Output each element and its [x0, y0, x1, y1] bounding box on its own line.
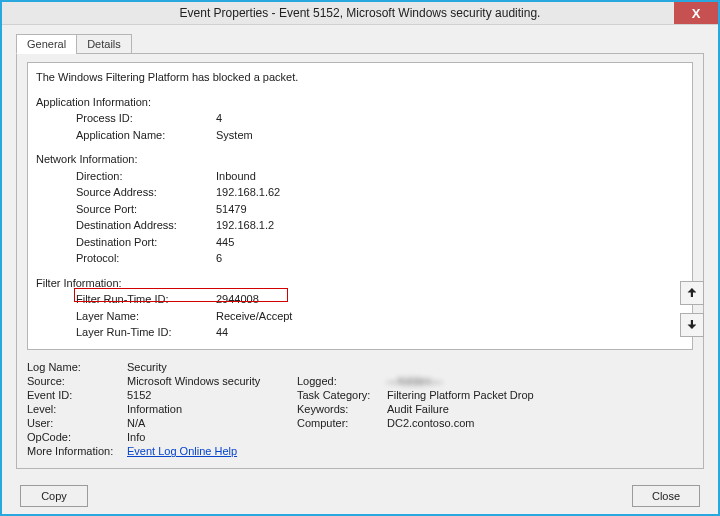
- filter-information-section: Filter Information: Filter Run-Time ID:2…: [36, 275, 684, 341]
- filter-runtime-id-value: 2944008: [216, 291, 259, 308]
- computer-value: DC2.contoso.com: [387, 416, 534, 430]
- process-id-label: Process ID:: [76, 110, 216, 127]
- event-summary-line: The Windows Filtering Platform has block…: [36, 69, 684, 86]
- direction-value: Inbound: [216, 168, 256, 185]
- source-address-value: 192.168.1.62: [216, 184, 280, 201]
- tab-details-label: Details: [87, 38, 121, 50]
- opcode-label: OpCode:: [27, 430, 127, 444]
- tab-panel-general: The Windows Filtering Platform has block…: [16, 53, 704, 469]
- application-name-label: Application Name:: [76, 127, 216, 144]
- source-value: Microsoft Windows security: [127, 374, 297, 388]
- net-info-header: Network Information:: [36, 151, 684, 168]
- destination-port-value: 445: [216, 234, 234, 251]
- task-category-value: Filtering Platform Packet Drop: [387, 388, 534, 402]
- application-information-section: Application Information: Process ID:4 Ap…: [36, 94, 684, 144]
- destination-address-value: 192.168.1.2: [216, 217, 274, 234]
- titlebar: Event Properties - Event 5152, Microsoft…: [2, 2, 718, 25]
- direction-label: Direction:: [76, 168, 216, 185]
- source-port-label: Source Port:: [76, 201, 216, 218]
- protocol-value: 6: [216, 250, 222, 267]
- filter-info-header: Filter Information:: [36, 275, 684, 292]
- dialog-footer: Copy Close: [2, 477, 718, 514]
- destination-address-label: Destination Address:: [76, 217, 216, 234]
- task-category-label: Task Category:: [297, 388, 387, 402]
- event-description-box[interactable]: The Windows Filtering Platform has block…: [27, 62, 693, 350]
- log-name-value: Security: [127, 360, 297, 374]
- source-address-label: Source Address:: [76, 184, 216, 201]
- logged-label: Logged:: [297, 374, 387, 388]
- arrow-up-icon: 🠉: [686, 286, 698, 300]
- more-information-label: More Information:: [27, 444, 127, 458]
- layer-name-value: Receive/Accept: [216, 308, 292, 325]
- previous-event-button[interactable]: 🠉: [680, 281, 704, 305]
- tab-general[interactable]: General: [16, 34, 77, 54]
- arrow-down-icon: 🠋: [686, 318, 698, 332]
- tab-general-label: General: [27, 38, 66, 50]
- copy-button-label: Copy: [41, 490, 67, 502]
- layer-name-label: Layer Name:: [76, 308, 216, 325]
- layer-runtime-id-value: 44: [216, 324, 228, 341]
- protocol-label: Protocol:: [76, 250, 216, 267]
- close-button-label: Close: [652, 490, 680, 502]
- process-id-value: 4: [216, 110, 222, 127]
- source-port-value: 51479: [216, 201, 247, 218]
- destination-port-label: Destination Port:: [76, 234, 216, 251]
- event-log-online-help-link[interactable]: Event Log Online Help: [127, 445, 237, 457]
- logged-value: —hidden—: [387, 375, 442, 387]
- keywords-value: Audit Failure: [387, 402, 534, 416]
- copy-button[interactable]: Copy: [20, 485, 88, 507]
- close-button[interactable]: Close: [632, 485, 700, 507]
- content-area: General Details The Windows Filtering Pl…: [2, 25, 718, 477]
- log-name-label: Log Name:: [27, 360, 127, 374]
- close-window-button[interactable]: X: [674, 2, 718, 24]
- close-icon: X: [692, 6, 701, 21]
- computer-label: Computer:: [297, 416, 387, 430]
- user-value: N/A: [127, 416, 297, 430]
- event-id-value: 5152: [127, 388, 297, 402]
- event-properties-window: Event Properties - Event 5152, Microsoft…: [0, 0, 720, 516]
- record-nav-buttons: 🠉 🠋: [680, 281, 704, 337]
- keywords-label: Keywords:: [297, 402, 387, 416]
- window-title: Event Properties - Event 5152, Microsoft…: [180, 6, 541, 20]
- tab-strip: General Details: [16, 34, 704, 54]
- application-name-value: System: [216, 127, 253, 144]
- user-label: User:: [27, 416, 127, 430]
- next-event-button[interactable]: 🠋: [680, 313, 704, 337]
- level-value: Information: [127, 402, 297, 416]
- network-information-section: Network Information: Direction:Inbound S…: [36, 151, 684, 267]
- opcode-value: Info: [127, 430, 297, 444]
- level-label: Level:: [27, 402, 127, 416]
- event-summary-grid: Log Name: Security Source: Microsoft Win…: [27, 360, 693, 458]
- event-id-label: Event ID:: [27, 388, 127, 402]
- filter-runtime-id-label: Filter Run-Time ID:: [76, 291, 216, 308]
- tab-details[interactable]: Details: [76, 34, 132, 54]
- layer-runtime-id-label: Layer Run-Time ID:: [76, 324, 216, 341]
- app-info-header: Application Information:: [36, 94, 684, 111]
- source-label: Source:: [27, 374, 127, 388]
